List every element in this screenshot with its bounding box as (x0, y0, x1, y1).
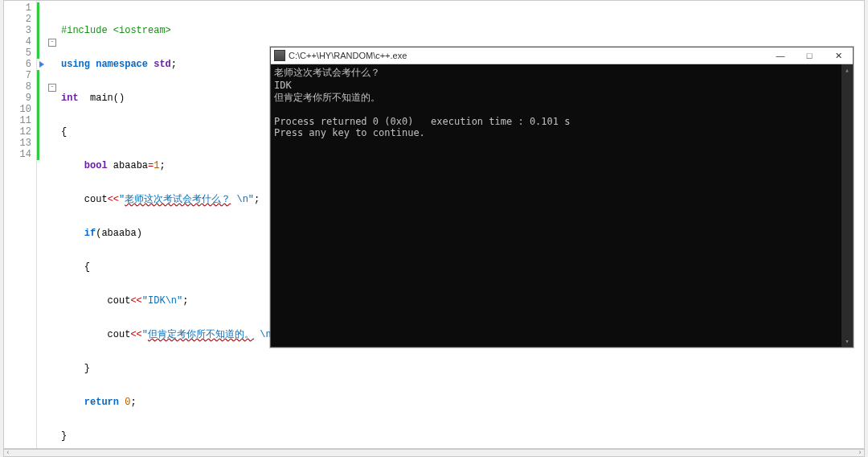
line-number: 8 (4, 81, 36, 93)
change-mark-icon (37, 93, 39, 104)
console-title-bar[interactable]: C:\C++\HY\RANDOM\c++.exe — □ ✕ (271, 47, 853, 64)
change-mark-icon (37, 81, 39, 93)
close-icon: ✕ (835, 51, 842, 61)
line-number: 3 (4, 25, 36, 36)
console-app-icon (274, 50, 285, 61)
minimize-icon: — (776, 51, 785, 60)
scroll-down-icon[interactable]: ▾ (841, 336, 853, 347)
change-mark-icon (37, 36, 39, 47)
scroll-right-icon[interactable]: › (856, 449, 864, 457)
fold-toggle-icon[interactable]: - (48, 84, 56, 92)
line-number: 10 (4, 104, 36, 115)
change-mark-icon (37, 25, 39, 36)
change-mark-icon (37, 47, 39, 59)
current-line-arrow-icon (39, 61, 44, 68)
line-number: 12 (4, 126, 36, 138)
change-mark-icon (37, 104, 39, 115)
line-number: 14 (4, 149, 36, 160)
line-number: 4 (4, 36, 36, 47)
line-number: 7 (4, 70, 36, 81)
change-mark-icon (37, 138, 39, 149)
fold-toggle-icon[interactable]: - (48, 39, 56, 47)
change-mark-icon (37, 149, 39, 160)
scroll-left-icon[interactable]: ‹ (4, 449, 12, 457)
line-number: 6 (4, 59, 36, 70)
close-button[interactable]: ✕ (824, 47, 853, 64)
line-number: 13 (4, 138, 36, 149)
change-marks-gutter (37, 1, 47, 448)
window-controls: — □ ✕ (766, 47, 853, 64)
line-number-gutter: 1 2 3 4 5 6 7 8 9 10 11 12 13 14 (4, 1, 37, 448)
console-window[interactable]: C:\C++\HY\RANDOM\c++.exe — □ ✕ 老师这次考试会考什… (270, 47, 854, 348)
console-output[interactable]: 老师这次考试会考什么？ IDK 但肯定考你所不知道的。 Process retu… (271, 64, 853, 347)
change-mark-icon (37, 14, 39, 25)
change-mark-icon (37, 70, 39, 81)
change-mark-icon (37, 126, 39, 138)
change-mark-icon (37, 115, 39, 126)
console-title: C:\C++\HY\RANDOM\c++.exe (289, 51, 766, 60)
maximize-icon: □ (807, 51, 813, 60)
scroll-up-icon[interactable]: ▴ (841, 64, 853, 76)
line-number: 1 (4, 2, 36, 14)
maximize-button[interactable]: □ (795, 47, 824, 64)
editor-horizontal-scrollbar[interactable]: ‹ › (3, 449, 865, 457)
line-number: 5 (4, 47, 36, 59)
line-number: 2 (4, 14, 36, 25)
line-number: 11 (4, 115, 36, 126)
change-mark-icon (37, 2, 39, 14)
fold-gutter: - - (47, 1, 58, 448)
minimize-button[interactable]: — (766, 47, 795, 64)
line-number: 9 (4, 93, 36, 104)
console-scrollbar[interactable]: ▴ ▾ (841, 64, 853, 347)
